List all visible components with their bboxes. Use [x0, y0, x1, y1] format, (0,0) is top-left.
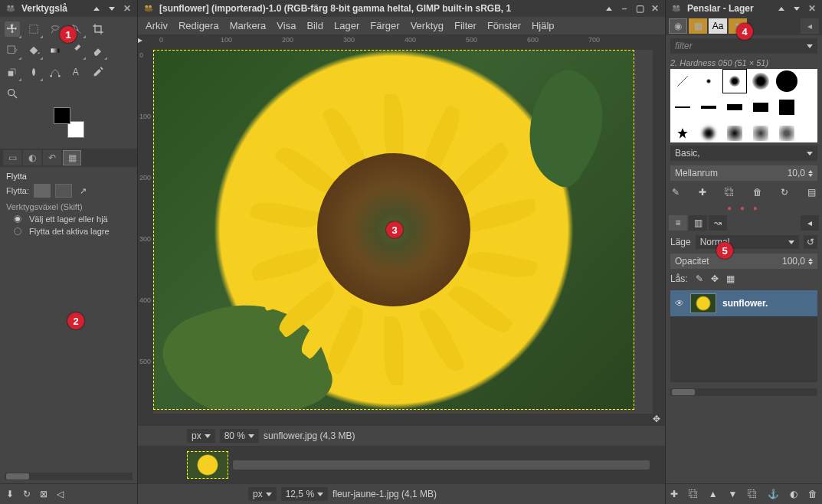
paintbrush-tool[interactable]	[69, 43, 84, 58]
crop-tool[interactable]	[90, 21, 106, 37]
menu-view[interactable]: Visa	[277, 20, 296, 31]
mode-select[interactable]: Normal	[696, 235, 799, 249]
transform-tool[interactable]	[5, 43, 20, 58]
text-tool[interactable]: A	[69, 64, 84, 80]
nav-scroll[interactable]	[233, 460, 650, 470]
edit-brush-icon[interactable]: ✎	[672, 187, 680, 198]
layer-name[interactable]: sunflower.	[722, 298, 768, 309]
eye-icon[interactable]: 👁	[675, 298, 684, 309]
nav-zoom-select[interactable]: 12,5 %	[281, 487, 328, 501]
color-swatch[interactable]	[54, 107, 84, 138]
menu-edit[interactable]: Redigera	[178, 20, 219, 31]
lower-layer-icon[interactable]: ▼	[729, 489, 738, 499]
menu-colors[interactable]: Färger	[370, 20, 399, 31]
layer-item[interactable]: 👁 sunflower.	[670, 290, 817, 316]
lock-position-icon[interactable]: ✥	[711, 273, 719, 284]
layer-thumbnail[interactable]	[690, 293, 716, 313]
eraser-tool[interactable]	[90, 43, 106, 58]
zoom-select[interactable]: 80 %	[220, 429, 259, 443]
tab-layers[interactable]: ≡	[669, 215, 687, 231]
raise-layer-icon[interactable]: ▲	[709, 489, 718, 499]
close-icon[interactable]: ✕	[650, 3, 660, 14]
brush-preset-select[interactable]: Basic,	[670, 146, 817, 161]
zoom-tool[interactable]	[5, 86, 20, 101]
new-group-icon[interactable]: ⿻	[689, 489, 698, 499]
opacity-slider[interactable]: Opacitet 100,0	[670, 254, 817, 269]
new-layer-icon[interactable]: ✚	[670, 489, 678, 499]
radio-pick-layer[interactable]	[14, 215, 21, 223]
nav-unit-select[interactable]: px	[248, 487, 277, 501]
rect-select-tool[interactable]	[26, 21, 41, 37]
collapse-icon[interactable]	[91, 3, 102, 14]
restore-preset-icon[interactable]: ↻	[23, 489, 31, 499]
save-preset-icon[interactable]: ⬇	[6, 489, 14, 499]
gradient-tool[interactable]	[47, 43, 63, 58]
menu-filter[interactable]: Filter	[454, 20, 476, 31]
scrollbar-horizontal[interactable]	[153, 414, 653, 426]
brush-selected[interactable]	[722, 69, 747, 93]
radio-move-active[interactable]	[14, 227, 21, 235]
move-mode-path[interactable]: ↗	[80, 186, 87, 196]
new-brush-icon[interactable]: ✚	[699, 187, 706, 198]
delete-layer-icon[interactable]: 🗑	[808, 489, 817, 499]
ruler-vertical[interactable]: 0 100 200 300 400 500	[138, 50, 153, 414]
dup-brush-icon[interactable]: ⿻	[725, 187, 734, 198]
brush-spacing[interactable]: Mellanrum 10,0	[670, 165, 817, 181]
right-scroll[interactable]	[670, 388, 817, 396]
menu-window[interactable]: Fönster	[487, 20, 521, 31]
minimize-icon[interactable]: –	[619, 3, 630, 14]
merge-layer-icon[interactable]: ⚓	[768, 489, 779, 499]
tab-menu-icon[interactable]: ◂	[801, 18, 819, 34]
fg-color[interactable]	[54, 107, 70, 124]
mode-reset-icon[interactable]: ↺	[804, 235, 817, 249]
smudge-tool[interactable]	[26, 64, 41, 80]
tab-brushes[interactable]: ◉	[669, 18, 687, 34]
tab-paths[interactable]: ↝	[709, 215, 727, 231]
lock-pixels-icon[interactable]: ✎	[696, 273, 703, 284]
mask-layer-icon[interactable]: ◐	[790, 489, 797, 499]
close-icon[interactable]: ✕	[807, 3, 817, 14]
minimize-icon[interactable]	[791, 3, 802, 14]
tab-patterns[interactable]: ▦	[689, 18, 707, 34]
menu-select[interactable]: Markera	[230, 20, 267, 31]
reset-preset-icon[interactable]: ◁	[57, 489, 64, 499]
menu-help[interactable]: Hjälp	[532, 20, 555, 31]
menu-tools[interactable]: Verktyg	[411, 20, 444, 31]
bucket-tool[interactable]	[26, 43, 41, 58]
collapse-icon[interactable]	[776, 3, 787, 14]
color-picker-tool[interactable]	[90, 64, 106, 80]
move-mode-selection[interactable]	[55, 184, 72, 198]
unit-select[interactable]: px	[187, 429, 215, 443]
ruler-corner[interactable]: ▸	[138, 34, 153, 50]
scrollbar-vertical[interactable]	[653, 50, 665, 414]
left-scroll[interactable]	[5, 473, 133, 480]
nav-button[interactable]: ✥	[653, 414, 665, 426]
tab-tool-options[interactable]: ▭	[3, 150, 21, 165]
refresh-brush-icon[interactable]: ↻	[781, 187, 788, 198]
move-mode-layer[interactable]	[34, 184, 51, 198]
tab-fonts[interactable]: Aa	[709, 18, 727, 34]
minimize-icon[interactable]	[106, 3, 117, 14]
delete-preset-icon[interactable]: ⊠	[40, 489, 47, 499]
tab-menu-icon[interactable]: ◂	[801, 215, 819, 231]
tab-device[interactable]: ◐	[23, 150, 41, 165]
panel-divider[interactable]: ● ● ●	[666, 202, 822, 214]
close-icon[interactable]: ✕	[122, 3, 133, 14]
tab-undo[interactable]: ↶	[43, 150, 61, 165]
open-brush-icon[interactable]: ▤	[807, 187, 816, 198]
tab-images[interactable]: ▦	[63, 150, 81, 165]
brush-filter[interactable]: filter	[670, 38, 817, 54]
ruler-horizontal[interactable]: 0 100 200 300 400 500 600 700	[153, 34, 665, 50]
menu-image[interactable]: Bild	[306, 20, 323, 31]
move-tool[interactable]	[5, 21, 20, 37]
tab-channels[interactable]: ▥	[689, 215, 707, 231]
canvas-viewport[interactable]: document.write(Array.from({length:28},(_…	[153, 50, 653, 414]
dup-layer-icon[interactable]: ⿻	[748, 489, 757, 499]
maximize-icon[interactable]: ▢	[634, 3, 645, 14]
menu-layer[interactable]: Lager	[334, 20, 359, 31]
lock-alpha-icon[interactable]: ▦	[726, 273, 735, 284]
path-tool[interactable]	[47, 64, 63, 80]
menu-file[interactable]: Arkiv	[146, 20, 168, 31]
nav-thumbnail[interactable]	[187, 451, 228, 479]
collapse-icon[interactable]	[604, 3, 614, 14]
